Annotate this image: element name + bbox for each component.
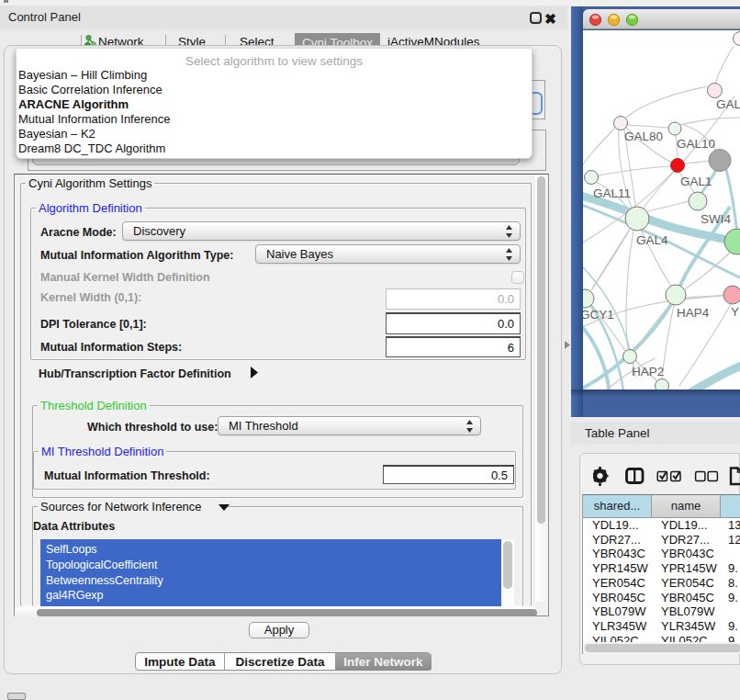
svg-text:HAP2: HAP2 (632, 365, 664, 378)
svg-text:GAL80: GAL80 (624, 130, 663, 143)
svg-text:SWI4: SWI4 (701, 212, 731, 226)
svg-text:HAP4: HAP4 (677, 306, 710, 320)
svg-text:GAL1: GAL1 (680, 175, 712, 188)
svg-text:GAL10: GAL10 (677, 137, 715, 151)
svg-text:GAL4: GAL4 (636, 233, 668, 247)
svg-text:Y: Y (731, 305, 739, 319)
svg-text:GCY1: GCY1 (583, 308, 614, 322)
svg-text:GAL8: GAL8 (716, 97, 740, 111)
svg-text:GAL11: GAL11 (593, 186, 631, 200)
